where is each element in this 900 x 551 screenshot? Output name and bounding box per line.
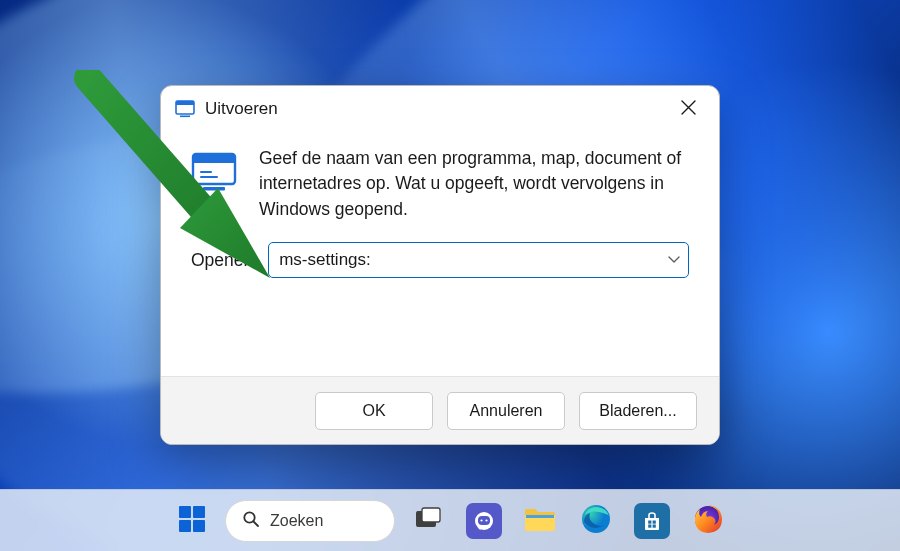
- browse-button[interactable]: Bladeren...: [579, 392, 697, 430]
- svg-rect-22: [653, 520, 656, 523]
- search-icon: [242, 510, 260, 532]
- task-view-button[interactable]: [405, 498, 451, 544]
- dialog-description: Geef de naam van een programma, map, doc…: [259, 146, 689, 222]
- cancel-button-label: Annuleren: [470, 402, 543, 420]
- edge-button[interactable]: [573, 498, 619, 544]
- button-bar: OK Annuleren Bladeren...: [161, 376, 719, 444]
- svg-rect-7: [179, 506, 191, 518]
- cancel-button[interactable]: Annuleren: [447, 392, 565, 430]
- close-icon: [681, 100, 696, 119]
- svg-point-18: [485, 519, 487, 521]
- start-button[interactable]: [169, 498, 215, 544]
- titlebar: Uitvoeren: [161, 86, 719, 132]
- run-large-icon: [191, 146, 237, 222]
- svg-rect-14: [422, 508, 440, 522]
- chat-icon: [466, 503, 502, 539]
- svg-point-17: [480, 519, 482, 521]
- browse-button-label: Bladeren...: [599, 402, 676, 420]
- firefox-button[interactable]: [685, 498, 731, 544]
- folder-icon: [522, 503, 558, 539]
- run-icon: [175, 100, 195, 118]
- open-label: Openen:: [191, 250, 258, 271]
- dialog-body: Geef de naam van een programma, map, doc…: [161, 132, 719, 232]
- svg-rect-24: [653, 524, 656, 527]
- edge-icon: [579, 502, 613, 540]
- svg-rect-21: [648, 520, 651, 523]
- task-view-icon: [413, 504, 443, 538]
- svg-rect-10: [193, 520, 205, 532]
- taskbar: Zoeken: [0, 489, 900, 551]
- svg-rect-19: [526, 515, 554, 518]
- svg-rect-4: [193, 154, 235, 163]
- ok-button-label: OK: [362, 402, 385, 420]
- open-row: Openen:: [161, 232, 719, 278]
- svg-rect-9: [179, 520, 191, 532]
- firefox-icon: [691, 502, 725, 540]
- open-combobox[interactable]: [268, 242, 689, 278]
- windows-logo-icon: [176, 503, 208, 539]
- open-input[interactable]: [279, 250, 662, 270]
- store-button[interactable]: [629, 498, 675, 544]
- svg-rect-2: [180, 116, 190, 118]
- svg-rect-16: [478, 516, 490, 525]
- file-explorer-button[interactable]: [517, 498, 563, 544]
- store-icon: [634, 503, 670, 539]
- svg-line-12: [254, 521, 259, 526]
- svg-rect-1: [176, 101, 194, 105]
- close-button[interactable]: [665, 91, 711, 127]
- taskbar-search[interactable]: Zoeken: [225, 500, 395, 542]
- ok-button[interactable]: OK: [315, 392, 433, 430]
- svg-rect-23: [648, 524, 651, 527]
- chat-button[interactable]: [461, 498, 507, 544]
- svg-rect-8: [193, 506, 205, 518]
- run-dialog: Uitvoeren Geef de naam van een programma…: [160, 85, 720, 445]
- dialog-title: Uitvoeren: [205, 99, 278, 119]
- search-placeholder: Zoeken: [270, 512, 323, 530]
- chevron-down-icon[interactable]: [662, 255, 680, 265]
- svg-rect-5: [203, 187, 225, 191]
